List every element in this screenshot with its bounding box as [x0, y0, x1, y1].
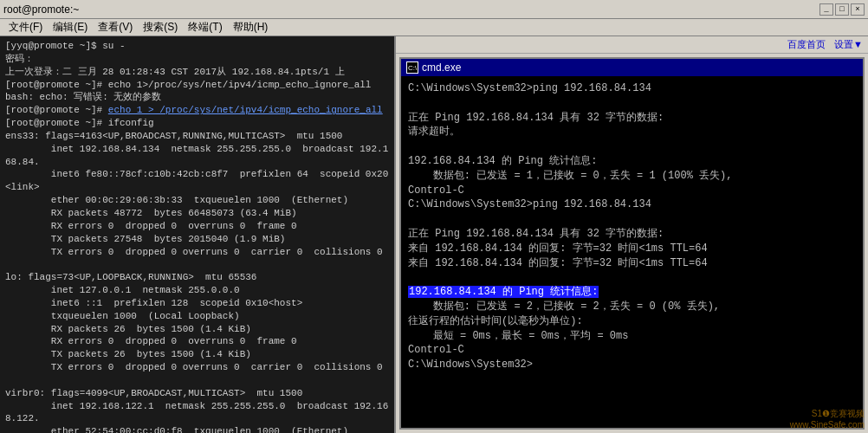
minimize-button[interactable]: _: [819, 3, 833, 16]
cmd-icon: C:\: [406, 61, 418, 74]
menu-help[interactable]: 帮助(H): [228, 19, 274, 36]
menu-terminal[interactable]: 终端(T): [183, 19, 227, 36]
window-controls[interactable]: _ □ ×: [819, 3, 865, 16]
close-button[interactable]: ×: [851, 3, 865, 16]
title-bar: root@promote:~ _ □ ×: [0, 0, 868, 19]
terminal-output: [yyq@promote ~]$ su - 密码： 上一次登录：二 三月 28 …: [5, 40, 389, 433]
nav-link-settings[interactable]: 设置▼: [834, 38, 863, 51]
nav-link-home[interactable]: 百度首页: [787, 38, 826, 51]
watermark-line1: S1❶竞赛视频: [790, 408, 865, 420]
left-terminal[interactable]: [yyq@promote ~]$ su - 密码： 上一次登录：二 三月 28 …: [0, 36, 394, 433]
right-nav: 百度首页 设置▼: [396, 36, 868, 54]
main-area: [yyq@promote ~]$ su - 密码： 上一次登录：二 三月 28 …: [0, 36, 868, 433]
highlighted-command: echo 1 > /proc/sys/net/ipv4/icmp_echo_ig…: [108, 105, 383, 115]
maximize-button[interactable]: □: [835, 3, 849, 16]
menu-view[interactable]: 查看(V): [93, 19, 138, 36]
menu-bar: 文件(F) 编辑(E) 查看(V) 搜索(S) 终端(T) 帮助(H): [0, 19, 868, 36]
cmd-title-bar: C:\ cmd.exe: [401, 59, 863, 76]
cmd-title: cmd.exe: [422, 61, 461, 74]
cmd-body[interactable]: C:\Windows\System32>ping 192.168.84.134 …: [401, 76, 863, 428]
watermark: S1❶竞赛视频 www.SineSafe.com: [790, 408, 865, 430]
cmd-output: C:\Windows\System32>ping 192.168.84.134 …: [408, 81, 856, 372]
right-panel: 百度首页 设置▼ C:\ cmd.exe C:\Windows\System32…: [394, 36, 868, 433]
menu-edit[interactable]: 编辑(E): [48, 19, 93, 36]
window-title: root@promote:~: [3, 3, 79, 16]
menu-file[interactable]: 文件(F): [3, 19, 48, 36]
watermark-line2: www.SineSafe.com: [790, 420, 865, 430]
cmd-window: C:\ cmd.exe C:\Windows\System32>ping 192…: [399, 57, 865, 430]
menu-search[interactable]: 搜索(S): [138, 19, 183, 36]
terminal-line-1: [yyq@promote ~]$ su - 密码： 上一次登录：二 三月 28 …: [5, 41, 388, 433]
highlighted-ip-section: 192.168.84.134 的 Ping 统计信息:: [408, 286, 599, 298]
